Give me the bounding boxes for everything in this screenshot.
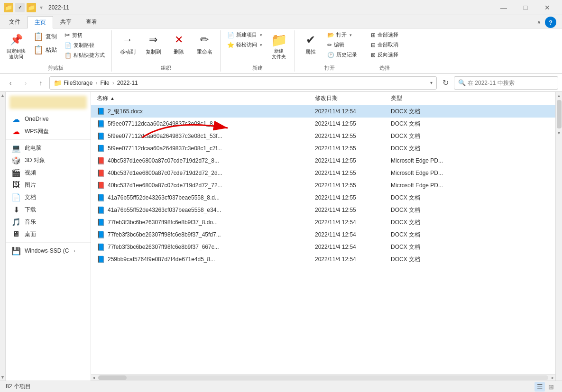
scroll-up-arrow[interactable]: ▴	[557, 92, 561, 99]
path-part-2022-11[interactable]: 2022-11	[117, 80, 138, 86]
easy-access-button[interactable]: ⭐ 轻松访问 ▾	[224, 40, 265, 49]
sidebar-blurred-item	[9, 96, 87, 109]
select-all-button[interactable]: ⊞ 全部选择	[368, 30, 401, 39]
table-row[interactable]: 📘5f9ee077112dcaa60a2649837c3e08c1_c7f...…	[91, 142, 555, 155]
file-date: 2022/11/4 12:54	[313, 231, 389, 238]
pin-button[interactable]: 📌 固定到快速访问	[4, 30, 28, 62]
table-row[interactable]: 📕40bc537d1ee6800a87c07cde719d2d72_8...20…	[91, 155, 555, 167]
col-sort-arrow: ▲	[110, 96, 115, 101]
tab-file[interactable]: 文件	[2, 16, 28, 28]
delete-button[interactable]: ✕ 删除	[167, 30, 191, 57]
edit-button[interactable]: ✏ 编辑	[324, 40, 360, 49]
sidebar-item-downloads[interactable]: ⬇ 下载	[6, 203, 91, 216]
refresh-button[interactable]: ↻	[439, 76, 452, 90]
table-row[interactable]: 📘5f9ee077112dcaa60a2649837c3e08c1_8...20…	[91, 118, 555, 130]
new-folder-button[interactable]: 📁 新建文件夹	[267, 30, 291, 62]
copy-to-button[interactable]: ⇒ 复制到	[141, 30, 165, 57]
help-button[interactable]: ?	[545, 17, 556, 28]
file-type: DOCX 文档	[389, 120, 474, 128]
open-button[interactable]: 📂 打开 ▾	[324, 30, 360, 39]
rename-button[interactable]: ✏ 重命名	[193, 30, 216, 57]
back-button[interactable]: ‹	[4, 76, 17, 90]
scroll-down-icon[interactable]: ▼	[0, 374, 6, 381]
file-name: 40bc537d1ee6800a87c07cde719d2d72_8...	[108, 157, 219, 164]
search-input[interactable]	[468, 80, 554, 86]
docx-file-icon: 📘	[97, 120, 105, 128]
col-header-name[interactable]: 名称 ▲	[95, 92, 313, 105]
sidebar-item-documents[interactable]: 📄 文档	[6, 191, 91, 203]
path-dropdown-icon[interactable]: ▾	[430, 80, 433, 85]
docx-file-icon: 📘	[97, 194, 105, 201]
docx-file-icon: 📘	[97, 108, 105, 115]
table-row[interactable]: 📘5f9ee077112dcaa60a2649837c3e08c1_53f...…	[91, 130, 555, 142]
tab-view[interactable]: 查看	[79, 16, 104, 28]
col-name-label: 名称	[97, 94, 108, 102]
sidebar-item-videos[interactable]: 🎬 视频	[6, 166, 91, 179]
copy-button[interactable]: 📋 复制	[30, 30, 60, 43]
sidebar-item-music[interactable]: 🎵 音乐	[6, 216, 91, 228]
sidebar-scroll-left: ▲ ▼	[0, 92, 6, 381]
table-row[interactable]: 📘41a76b55ff52de43263cf037beae5558_8.d...…	[91, 191, 555, 204]
path-sep-2: ›	[112, 80, 114, 86]
table-row[interactable]: 📘77feb3f3bc6be26307ff98fc6e8b9f37_45fd7.…	[91, 228, 555, 241]
open-chevron: ▾	[350, 33, 352, 37]
sidebar-label-3d: 3D 对象	[25, 156, 45, 164]
details-view-button[interactable]: ☰	[534, 382, 545, 392]
sidebar-item-onedrive[interactable]: ☁ OneDrive	[6, 113, 91, 125]
up-button[interactable]: ↑	[34, 76, 47, 90]
file-name: 5f9ee077112dcaa60a2649837c3e08c1_8...	[108, 120, 218, 127]
history-button[interactable]: 🕐 历史记录	[324, 50, 360, 59]
scroll-up-icon[interactable]: ▲	[0, 92, 6, 99]
file-list-scroll[interactable]: 📘2_银165.docx2022/11/4 12:54DOCX 文档📘5f9ee…	[91, 105, 555, 374]
paste-shortcut-button[interactable]: 📋 粘贴快捷方式	[62, 51, 108, 60]
table-row[interactable]: 📕40bc537d1ee6800a87c07cde719d2d72_2d...2…	[91, 167, 555, 179]
scroll-down-arrow[interactable]: ▾	[557, 129, 561, 137]
sidebar-item-this-pc[interactable]: 💻 此电脑	[6, 142, 91, 154]
minimize-button[interactable]: —	[493, 0, 515, 15]
wps-icon: ☁	[11, 127, 21, 136]
organize-group-content: → 移动到 ⇒ 复制到 ✕ 删除 ✏ 重命名	[116, 30, 216, 63]
cut-button[interactable]: ✂ 剪切	[62, 30, 108, 40]
move-to-button[interactable]: → 移动到	[116, 30, 139, 57]
sidebar-item-3d-objects[interactable]: 🎲 3D 对象	[6, 154, 91, 166]
scroll-right-arrow[interactable]: ▸	[550, 375, 555, 380]
col-header-type[interactable]: 类型	[389, 92, 474, 105]
close-button[interactable]: ✕	[536, 0, 558, 15]
invert-selection-button[interactable]: ⊠ 反向选择	[368, 50, 401, 59]
table-row[interactable]: 📘41a76b55ff52de43263cf037beae5558_e34...…	[91, 204, 555, 216]
table-row[interactable]: 📕40bc537d1ee6800a87c07cde719d2d72_72...2…	[91, 179, 555, 191]
tab-home[interactable]: 主页	[28, 16, 53, 28]
sidebar-item-desktop[interactable]: 🖥 桌面	[6, 228, 91, 240]
properties-button[interactable]: ✔ 属性	[299, 30, 322, 57]
invert-icon: ⊠	[371, 52, 376, 58]
copy-path-button[interactable]: 📄 复制路径	[62, 41, 108, 50]
new-item-button[interactable]: 📄 新建项目 ▾	[224, 30, 265, 39]
search-box: 🔍	[454, 76, 558, 90]
sidebar-item-wps[interactable]: ☁ WPS网盘	[6, 125, 91, 137]
table-row[interactable]: 📘2_银165.docx2022/11/4 12:54DOCX 文档	[91, 105, 555, 118]
maximize-button[interactable]: □	[515, 0, 536, 15]
scroll-left-arrow[interactable]: ◂	[91, 375, 96, 380]
videos-icon: 🎬	[11, 168, 21, 177]
paste-button[interactable]: 📋 粘贴	[30, 44, 60, 56]
bottom-scroll-track[interactable]	[98, 375, 548, 380]
large-icons-view-button[interactable]: ⊞	[546, 382, 556, 392]
right-scrollbar: ▴ ▾	[555, 92, 562, 381]
title-separator: ▾	[40, 4, 43, 11]
deselect-all-button[interactable]: ⊟ 全部取消	[368, 40, 401, 49]
forward-button[interactable]: ›	[19, 76, 32, 90]
sidebar-item-windows-ssd[interactable]: 💾 Windows-SSD (C ›	[6, 245, 91, 257]
ribbon-collapse-icon[interactable]: ∧	[537, 19, 541, 26]
clipboard-label: 剪贴板	[4, 63, 108, 72]
table-row[interactable]: 📘259bb9caf5764f9e087d7f4de671e4d5_8...20…	[91, 253, 555, 265]
sidebar-item-pictures[interactable]: 🖼 图片	[6, 179, 91, 191]
path-part-filestorage[interactable]: FileStorage	[64, 80, 92, 86]
col-header-date[interactable]: 修改日期	[313, 92, 389, 105]
table-row[interactable]: 📘77feb3f3bc6be26307ff98fc6e8b9f37_667c..…	[91, 241, 555, 253]
path-part-file[interactable]: File	[100, 80, 109, 86]
open-label: 打开	[299, 63, 360, 72]
address-path[interactable]: 📁 FileStorage › File › 2022-11 ▾	[49, 76, 437, 90]
tab-share[interactable]: 共享	[53, 16, 79, 28]
table-row[interactable]: 📘77feb3f3bc6be26307ff98fc6e8b9f37_8.do..…	[91, 216, 555, 228]
delete-label: 删除	[174, 48, 184, 55]
